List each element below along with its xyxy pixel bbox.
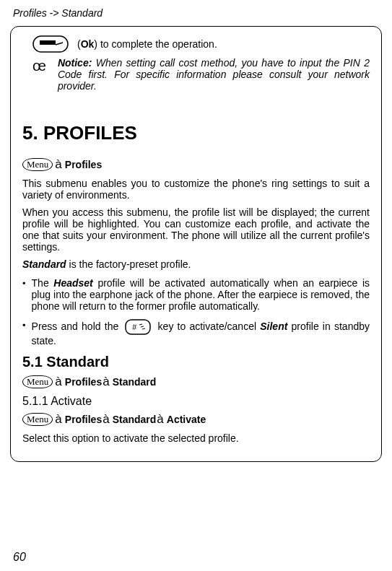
menu-icon: Menu xyxy=(22,158,53,171)
bullet-dot-icon: • xyxy=(22,319,26,346)
svg-line-2 xyxy=(56,43,63,45)
paragraph: This submenu enables you to customize th… xyxy=(22,178,370,201)
bullet-text: The Headset profile will be activated au… xyxy=(32,277,370,312)
ok-text: (Ok) to complete the operation. xyxy=(77,38,217,50)
menu-path-profiles: Menu à Profiles xyxy=(22,157,370,172)
menu-icon: Menu xyxy=(22,413,53,426)
menu-label: Profiles xyxy=(65,376,102,388)
menu-label: Profiles xyxy=(65,414,102,425)
paragraph: Select this option to activate the selec… xyxy=(22,432,370,444)
ok-line: (Ok) to complete the operation. xyxy=(32,35,370,53)
arrow-icon: à xyxy=(103,375,109,389)
hash-key-icon: # xyxy=(122,319,154,335)
section-title: 5. PROFILES xyxy=(22,122,370,144)
menu-label: Standard xyxy=(113,376,157,388)
bullet-item: • The Headset profile will be activated … xyxy=(22,277,370,312)
paragraph: Standard is the factory-preset profile. xyxy=(22,258,370,270)
svg-rect-1 xyxy=(40,40,56,45)
menu-icon: Menu xyxy=(22,375,53,388)
svg-text:#: # xyxy=(132,323,137,331)
menu-label: Profiles xyxy=(65,159,102,170)
content-frame: (Ok) to complete the operation. œ Notice… xyxy=(10,26,382,462)
subsection-title: 5.1 Standard xyxy=(22,354,370,370)
paragraph: When you access this submenu, the profil… xyxy=(22,206,370,253)
menu-label: Standard xyxy=(113,414,157,425)
running-header: Profiles -> Standard xyxy=(0,0,392,19)
arrow-icon: à xyxy=(55,412,61,427)
notice-block: œ Notice: When setting call cost method,… xyxy=(22,57,370,92)
arrow-icon: à xyxy=(55,157,61,172)
menu-path-standard: Menu à Profiles à Standard xyxy=(22,375,370,389)
arrow-icon: à xyxy=(103,412,109,427)
subsub-title: 5.1.1 Activate xyxy=(22,395,370,408)
page-number: 60 xyxy=(13,551,26,564)
notice-mark-icon: œ xyxy=(32,58,46,74)
svg-rect-3 xyxy=(126,320,150,334)
softkey-icon xyxy=(32,35,77,53)
bullet-text: Press and hold the # key to activate/can… xyxy=(32,319,370,346)
notice-text: Notice: When setting call cost method, y… xyxy=(58,57,370,92)
bullet-dot-icon: • xyxy=(22,277,26,312)
arrow-icon: à xyxy=(55,375,61,389)
arrow-icon: à xyxy=(157,412,163,427)
bullet-item: • Press and hold the # key to activate/c… xyxy=(22,319,370,346)
menu-path-activate: Menu à Profiles à Standard à Activate xyxy=(22,412,370,427)
menu-label: Activate xyxy=(167,414,206,425)
